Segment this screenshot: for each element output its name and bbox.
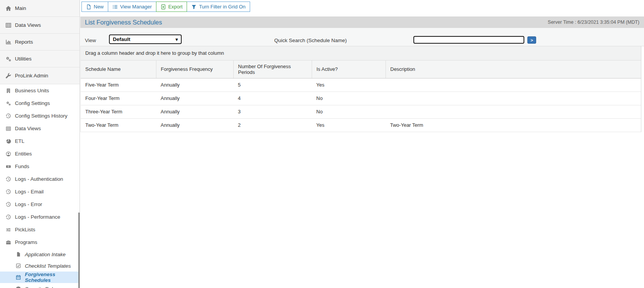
quick-search-label: Quick Search (Schedule Name) — [274, 38, 347, 43]
sidebar-item-funds[interactable]: Funds — [0, 160, 80, 173]
cell-schedule-name: Four-Year Term — [81, 92, 156, 105]
sidebar-item-admin-data-views[interactable]: Data Views — [0, 122, 80, 135]
cell-description — [385, 105, 641, 118]
quick-search-input[interactable] — [413, 36, 524, 44]
cell-is-active: No — [312, 92, 385, 105]
table-row[interactable]: Five-Year Term Annually 5 Yes — [81, 78, 641, 92]
sidebar-item-picklists[interactable]: PickLists — [0, 223, 80, 236]
cell-is-active: Yes — [312, 78, 385, 92]
sidebar-item-utilities[interactable]: Utilities — [0, 51, 80, 67]
cell-periods: 4 — [233, 92, 312, 105]
wrench-icon — [5, 73, 12, 79]
sidebar-item-application-intake[interactable]: Application Intake — [0, 249, 80, 260]
chevron-down-icon: ▾ — [176, 37, 178, 42]
sidebar: Main Data Views Reports Utilities ProLin… — [0, 0, 80, 288]
table-row[interactable]: Two-Year Term Annually 2 Yes Two-Year Te… — [81, 118, 641, 132]
cell-frequency: Annually — [156, 118, 233, 132]
gears-icon — [5, 101, 12, 106]
filter-row: View Default ▾ Quick Search (Schedule Na… — [80, 28, 644, 46]
check-square-icon — [15, 263, 22, 268]
list-icon — [112, 4, 118, 10]
column-header-number-of-periods[interactable]: Number Of Forgiveness Periods — [233, 61, 312, 78]
sidebar-item-label: Security Roles — [25, 286, 58, 288]
sidebar-admin-section: Business Units Config Settings Config Se… — [0, 84, 80, 249]
sidebar-item-programs[interactable]: Programs — [0, 236, 80, 249]
sidebar-item-label: ETL — [15, 138, 24, 144]
sidebar-item-label: Entities — [15, 151, 32, 157]
new-button-label: New — [94, 4, 104, 10]
filter-icon — [191, 4, 197, 10]
sidebar-item-label: Business Units — [15, 88, 49, 93]
view-select-value: Default — [113, 36, 130, 42]
sidebar-item-label: Data Views — [15, 126, 41, 131]
turn-filter-button[interactable]: Turn Filter in Grid On — [187, 2, 250, 12]
briefcase-icon — [5, 240, 12, 245]
main-content: New View Manager Export Turn Filter in G… — [80, 0, 644, 288]
history-icon — [5, 202, 12, 207]
cell-frequency: Annually — [156, 105, 233, 118]
sidebar-item-forgiveness-schedules[interactable]: Forgiveness Schedules — [0, 272, 80, 283]
view-label: View — [85, 38, 96, 43]
sidebar-item-etl[interactable]: ETL — [0, 135, 80, 147]
sidebar-item-prolink-admin[interactable]: ProLink Admin — [0, 67, 80, 84]
view-manager-button-label: View Manager — [120, 4, 152, 10]
building-icon — [5, 88, 12, 93]
sidebar-item-logs-error[interactable]: Logs - Error — [0, 198, 80, 211]
sidebar-item-main[interactable]: Main — [0, 0, 80, 17]
sidebar-item-business-units[interactable]: Business Units — [0, 84, 80, 97]
sidebar-item-label: Programs — [15, 239, 37, 245]
column-header-description[interactable]: Description — [385, 61, 641, 78]
sidebar-item-logs-authentication[interactable]: Logs - Authentication — [0, 173, 80, 185]
pie-chart-icon — [5, 139, 12, 144]
sidebar-item-label: Config Settings History — [15, 113, 67, 119]
home-icon — [5, 5, 12, 11]
column-header-schedule-name[interactable]: Schedule Name — [81, 61, 156, 78]
cell-schedule-name: Three-Year Term — [81, 105, 156, 118]
new-file-icon — [86, 4, 91, 10]
sidebar-item-label: Funds — [15, 164, 29, 169]
sidebar-item-entities[interactable]: Entities — [0, 147, 80, 160]
sidebar-item-data-views[interactable]: Data Views — [0, 17, 80, 34]
view-select[interactable]: Default ▾ — [109, 34, 182, 44]
table-header-row: Schedule Name Forgiveness Frequency Numb… — [81, 61, 641, 78]
cell-is-active: No — [312, 105, 385, 118]
gears-icon — [5, 56, 12, 62]
column-header-forgiveness-frequency[interactable]: Forgiveness Frequency — [156, 61, 233, 78]
sidebar-item-reports[interactable]: Reports — [0, 34, 80, 51]
sidebar-item-logs-email[interactable]: Logs - Email — [0, 185, 80, 198]
cell-description — [385, 78, 641, 92]
sidebar-item-checklist-templates[interactable]: Checklist Templates — [0, 260, 80, 272]
new-button[interactable]: New — [81, 2, 108, 12]
history-icon — [5, 214, 12, 220]
toolbar-button-group: New View Manager Export Turn Filter in G… — [81, 2, 644, 12]
sidebar-scrollbar-thumb[interactable] — [78, 213, 80, 288]
sidebar-item-label: Data Views — [15, 22, 41, 28]
table-row[interactable]: Four-Year Term Annually 4 No — [81, 92, 641, 105]
sidebar-item-label: Main — [15, 5, 26, 11]
view-manager-button[interactable]: View Manager — [108, 2, 156, 12]
page-title: List Forgiveness Schedules — [85, 19, 162, 26]
table-row[interactable]: Three-Year Term Annually 3 No — [81, 105, 641, 118]
schedules-table: Schedule Name Forgiveness Frequency Numb… — [81, 61, 641, 132]
export-button[interactable]: Export — [156, 2, 187, 12]
group-by-drop-zone[interactable]: Drag a column header and drop it here to… — [81, 46, 641, 61]
sidebar-item-label: Logs - Error — [15, 201, 42, 207]
sidebar-item-label: Logs - Email — [15, 189, 44, 195]
sidebar-item-config-settings-history[interactable]: Config Settings History — [0, 110, 80, 122]
history-icon — [5, 177, 12, 182]
sidebar-item-security-roles[interactable]: Security Roles — [0, 283, 80, 288]
toolbar: New View Manager Export Turn Filter in G… — [80, 0, 644, 16]
quick-search-go-button[interactable]: > — [527, 36, 536, 44]
file-icon — [15, 252, 22, 257]
shield-icon — [15, 286, 22, 288]
column-header-is-active[interactable]: Is Active? — [312, 61, 385, 78]
sidebar-item-config-settings[interactable]: Config Settings — [0, 97, 80, 110]
sidebar-item-logs-performance[interactable]: Logs - Performance — [0, 211, 80, 223]
cell-is-active: Yes — [312, 118, 385, 132]
history-icon — [5, 189, 12, 195]
table-icon — [5, 22, 12, 28]
sidebar-top-section: Main Data Views Reports Utilities ProLin… — [0, 0, 80, 84]
forgiveness-schedules-grid: Drag a column header and drop it here to… — [80, 46, 641, 132]
bar-chart-icon — [5, 39, 12, 45]
sliders-icon — [5, 227, 12, 232]
